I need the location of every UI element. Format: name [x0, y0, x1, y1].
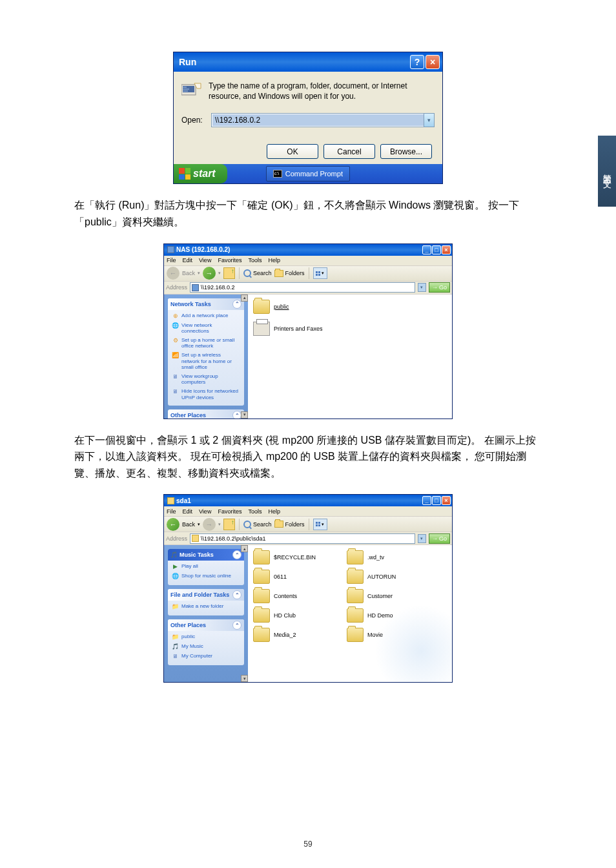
search-button[interactable]: Search — [243, 269, 272, 277]
menu-help[interactable]: Help — [268, 508, 280, 515]
menu-view[interactable]: View — [199, 257, 211, 264]
ok-button[interactable]: OK — [267, 144, 318, 159]
task-shop-music[interactable]: 🌐Shop for music online — [172, 573, 240, 580]
explorer1-addressbar: Address \\192.168.0.2 ▾ → Go — [164, 282, 452, 294]
file-tasks-header[interactable]: File and Folder Tasks ⌃ — [168, 589, 244, 601]
printer-icon — [253, 322, 270, 336]
start-button[interactable]: start — [174, 164, 227, 183]
minimize-button[interactable]: _ — [422, 245, 431, 254]
close-button[interactable]: × — [442, 496, 451, 505]
menu-tools[interactable]: Tools — [248, 508, 262, 515]
go-button[interactable]: → Go — [429, 282, 450, 293]
task-view-connections[interactable]: 🌐View network connections — [172, 322, 240, 335]
menu-file[interactable]: File — [167, 508, 176, 515]
task-play-all[interactable]: ▶Play all — [172, 563, 240, 570]
folder-icon — [253, 589, 270, 603]
collapse-icon[interactable]: ⌃ — [232, 550, 241, 559]
forward-button[interactable]: → — [203, 518, 216, 531]
open-dropdown-arrow[interactable]: ▾ — [424, 114, 434, 127]
task-hide-upnp[interactable]: 🖥Hide icons for networked UPnP devices — [172, 388, 240, 400]
close-button[interactable]: × — [426, 55, 440, 69]
maximize-button[interactable]: □ — [432, 496, 441, 505]
music-tasks-header[interactable]: 🎵Music Tasks ⌃ — [168, 549, 244, 561]
menu-edit[interactable]: Edit — [183, 508, 193, 515]
menu-tools[interactable]: Tools — [248, 257, 262, 264]
browse-button[interactable]: Browse... — [380, 144, 432, 159]
folder-autorun[interactable]: AUTORUN — [347, 570, 427, 584]
menu-file[interactable]: File — [167, 257, 176, 264]
folder-icon — [192, 535, 199, 542]
place-public[interactable]: 📁public — [172, 634, 240, 641]
folder-media2[interactable]: Media_2 — [253, 628, 334, 642]
folder-contents[interactable]: Contents — [253, 589, 334, 603]
back-button[interactable]: ← — [167, 518, 180, 531]
other-places-header[interactable]: Other Places ⌃ — [168, 619, 244, 631]
folders-button[interactable]: Folders — [274, 270, 305, 277]
task-new-folder[interactable]: 📁Make a new folder — [172, 603, 240, 610]
collapse-icon[interactable]: ⌃ — [232, 590, 241, 599]
task-setup-wireless[interactable]: 📶Set up a wireless network for a home or… — [172, 352, 240, 371]
close-button[interactable]: × — [442, 245, 451, 254]
explorer-window-nas: NAS (192.168.0.2) _ □ × File Edit View F… — [163, 243, 453, 419]
printers-and-faxes[interactable]: Printers and Faxes — [253, 322, 350, 336]
address-label: Address — [166, 284, 187, 291]
taskbar-cmd-item[interactable]: c:\ Command Prompt — [266, 166, 350, 181]
address-input[interactable]: \\192.168.0.2 — [190, 282, 415, 293]
up-button[interactable] — [223, 519, 235, 530]
folder-hddemo[interactable]: HD Demo — [347, 608, 427, 623]
go-button[interactable]: → Go — [429, 533, 450, 544]
explorer-window-sda1: sda1 _ □ × File Edit View Favorites Tool… — [163, 494, 453, 683]
task-add-network-place[interactable]: ⊕Add a network place — [172, 313, 240, 320]
folder-movie[interactable]: Movie — [347, 628, 427, 642]
open-combobox[interactable]: ▾ — [211, 113, 435, 127]
task-view-workgroup[interactable]: 🖥View workgroup computers — [172, 373, 240, 386]
back-button[interactable]: ← — [167, 267, 180, 280]
views-button[interactable]: ▾ — [313, 519, 327, 530]
explorer1-sidebar: ▴ Network Tasks ⌃ ⊕Add a network place 🌐… — [164, 294, 248, 418]
network-icon — [192, 284, 199, 291]
up-button[interactable] — [223, 267, 235, 279]
menu-help[interactable]: Help — [268, 257, 280, 264]
place-my-computer[interactable]: 🖥My Computer — [172, 653, 240, 660]
maximize-button[interactable]: □ — [432, 245, 441, 254]
minimize-button[interactable]: _ — [422, 496, 431, 505]
other-places-header[interactable]: Other Places ⌃ — [168, 409, 244, 418]
menu-favorites[interactable]: Favorites — [218, 257, 241, 264]
folder-icon — [347, 570, 364, 584]
folder-public[interactable]: public — [253, 300, 350, 314]
place-my-music[interactable]: 🎵My Music — [172, 643, 240, 650]
scroll-up[interactable]: ▴ — [241, 545, 248, 552]
collapse-icon[interactable]: ⌃ — [232, 300, 241, 309]
views-button[interactable]: ▾ — [313, 267, 327, 279]
folder-customer[interactable]: Customer — [347, 589, 427, 603]
windows-logo-icon — [441, 256, 451, 265]
menu-edit[interactable]: Edit — [183, 257, 193, 264]
menu-favorites[interactable]: Favorites — [218, 508, 241, 515]
cmd-icon: c:\ — [273, 170, 282, 178]
explorer2-sidebar: ▴ 🎵Music Tasks ⌃ ▶Play all 🌐Shop for mus… — [164, 545, 248, 682]
address-dropdown[interactable]: ▾ — [418, 283, 426, 292]
folder-0611[interactable]: 0611 — [253, 570, 334, 584]
folder-hdclub[interactable]: HD Club — [253, 608, 334, 623]
help-button[interactable]: ? — [410, 55, 424, 69]
address-input[interactable]: \\192.168.0.2\public\sda1 — [190, 533, 415, 544]
menu-view[interactable]: View — [199, 508, 211, 515]
folders-button[interactable]: Folders — [274, 521, 305, 528]
search-button[interactable]: Search — [243, 521, 272, 528]
scroll-down[interactable]: ▾ — [241, 411, 248, 418]
folder-wdtv[interactable]: .wd_tv — [347, 550, 427, 564]
open-input[interactable] — [212, 114, 424, 126]
cancel-button[interactable]: Cancel — [323, 144, 375, 159]
folder-icon — [347, 608, 364, 623]
network-tasks-header[interactable]: Network Tasks ⌃ — [168, 298, 244, 310]
task-setup-network[interactable]: ⚙Set up a home or small office network — [172, 337, 240, 349]
collapse-icon[interactable]: ⌃ — [232, 411, 241, 418]
collapse-icon[interactable]: ⌃ — [232, 621, 241, 630]
scroll-down[interactable]: ▾ — [241, 675, 248, 682]
folder-recycle[interactable]: $RECYCLE.BIN — [253, 550, 334, 564]
forward-button[interactable]: → — [203, 267, 216, 280]
folder-icon — [253, 550, 270, 564]
explorer1-titlebar: NAS (192.168.0.2) _ □ × — [164, 244, 452, 256]
scroll-up[interactable]: ▴ — [241, 294, 248, 302]
address-dropdown[interactable]: ▾ — [418, 534, 426, 543]
